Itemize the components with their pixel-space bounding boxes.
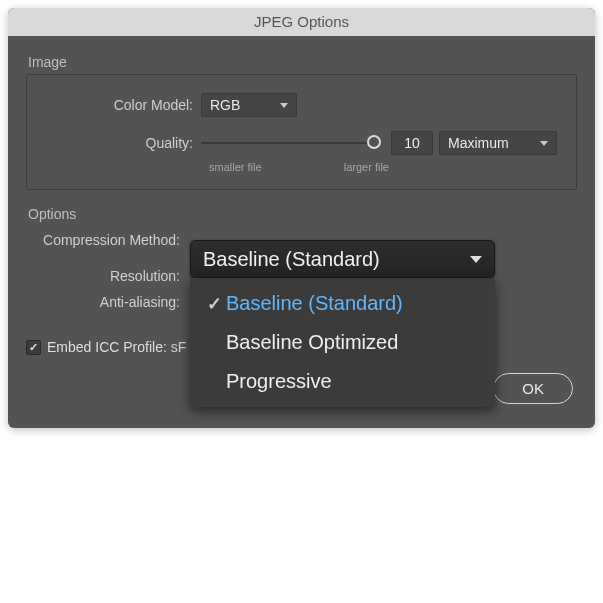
embed-icc-value: sF [171,339,187,355]
quality-preset-select[interactable]: Maximum [439,131,557,155]
dialog-title: JPEG Options [8,8,595,36]
slider-thumb[interactable] [367,135,381,149]
dropdown-item-baseline-optimized[interactable]: Baseline Optimized [190,323,495,362]
quality-preset-value: Maximum [448,135,509,151]
dropdown-item-progressive[interactable]: Progressive [190,362,495,401]
compression-method-select[interactable]: Baseline (Standard) [190,240,495,278]
chevron-down-icon [470,256,482,263]
compression-label: Compression Method: [28,232,188,248]
hint-larger: larger file [344,161,389,173]
ok-button[interactable]: OK [493,373,573,404]
color-model-select[interactable]: RGB [201,93,297,117]
anti-aliasing-label: Anti-aliasing: [28,294,188,310]
embed-icc-checkbox[interactable]: ✓ [26,340,41,355]
dropdown-item-label: Baseline Optimized [226,331,398,354]
hint-smaller: smaller file [209,161,262,173]
resolution-label: Resolution: [28,268,188,284]
slider-track [201,142,381,144]
quality-input[interactable] [391,131,433,155]
dropdown-item-label: Progressive [226,370,332,393]
compression-method-dropdown: ✓ Baseline (Standard) Baseline Optimized… [190,278,495,407]
embed-icc-label: Embed ICC Profile: [47,339,167,355]
quality-hints: smaller file larger file [209,161,389,173]
check-icon: ✓ [202,293,226,315]
chevron-down-icon [280,103,288,108]
jpeg-options-dialog: JPEG Options Image Color Model: RGB Qual… [8,8,595,428]
options-section-label: Options [28,206,577,222]
dropdown-item-baseline-standard[interactable]: ✓ Baseline (Standard) [190,284,495,323]
color-model-value: RGB [210,97,240,113]
quality-slider[interactable] [201,133,381,153]
chevron-down-icon [540,141,548,146]
compression-method-value: Baseline (Standard) [203,248,380,271]
dropdown-item-label: Baseline (Standard) [226,292,403,315]
quality-label: Quality: [41,135,201,151]
image-section: Color Model: RGB Quality: Maximum [26,74,577,190]
color-model-label: Color Model: [41,97,201,113]
image-section-label: Image [28,54,577,70]
